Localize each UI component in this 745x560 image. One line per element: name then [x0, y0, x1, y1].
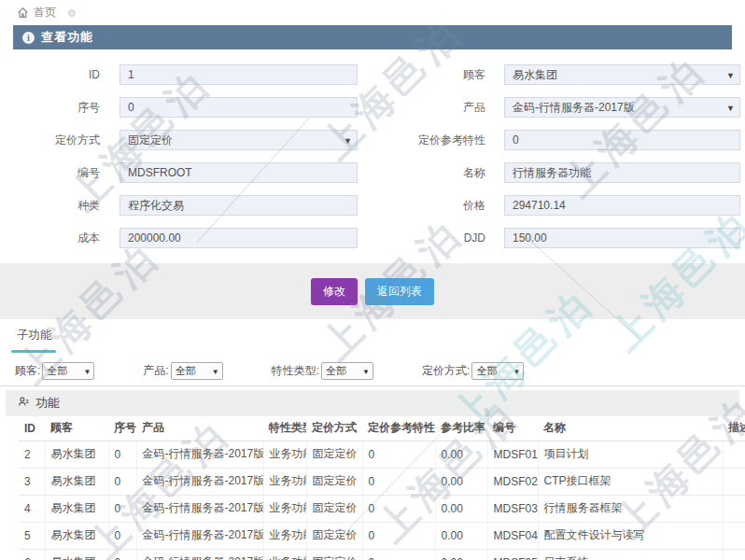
column-header: 产品	[136, 416, 263, 441]
table-cell: 金码-行情服务器-2017版	[136, 549, 263, 560]
table-cell: 业务功能	[263, 522, 306, 549]
category-label: 种类	[0, 198, 119, 214]
table-cell: 0	[362, 468, 435, 495]
breadcrumb: 首页	[0, 0, 745, 25]
back-to-list-button[interactable]: 返回列表	[365, 278, 434, 305]
seq-label: 序号	[0, 100, 119, 116]
home-icon[interactable]	[17, 7, 29, 19]
table-cell: 0.00	[435, 522, 487, 549]
id-field[interactable]	[119, 64, 358, 85]
name-field[interactable]	[504, 162, 740, 183]
table-cell: 固定定价	[306, 549, 362, 560]
table-header-row: ID顾客序号产品特性类型定价方式定价参考特性参考比率编号名称描述	[19, 416, 745, 441]
chevron-down-icon: ▼	[212, 368, 219, 376]
table-cell: 易水集团	[45, 441, 108, 468]
filter-pricing-method-value: 全部	[476, 364, 497, 378]
chevron-down-icon: ▼	[726, 71, 735, 80]
filter-customer: 顾客: 全部 ▼	[15, 362, 94, 380]
column-header: 定价方式	[306, 416, 362, 441]
customer-select[interactable]: 易水集团 ▼	[504, 64, 740, 85]
breadcrumb-badge-icon[interactable]	[68, 9, 76, 17]
code-field[interactable]	[119, 162, 358, 183]
table-cell: 2	[19, 441, 45, 468]
chevron-down-icon: ▼	[726, 104, 735, 113]
table-cell: 金码-行情服务器-2017版	[136, 441, 263, 468]
filter-customer-select[interactable]: 全部 ▼	[42, 362, 94, 380]
table-cell: 0.00	[435, 495, 487, 522]
filter-product-select[interactable]: 全部 ▼	[171, 362, 223, 380]
cost-label: 成本	[0, 231, 119, 246]
code-label: 编号	[0, 165, 119, 181]
filter-product-label: 产品:	[143, 363, 168, 379]
filter-product: 产品: 全部 ▼	[143, 362, 222, 380]
info-icon: i	[22, 32, 35, 44]
table-cell: 固定定价	[306, 468, 362, 495]
djd-field[interactable]	[504, 228, 740, 248]
customer-label: 顾客	[358, 67, 504, 83]
table-row[interactable]: 5易水集团0金码-行情服务器-2017版业务功能固定定价00.00MDSF04配…	[19, 522, 745, 549]
table-cell: 易水集团	[45, 522, 108, 549]
table-row[interactable]: 2易水集团0金码-行情服务器-2017版业务功能固定定价00.00MDSF01项…	[19, 441, 745, 468]
filter-customer-value: 全部	[47, 364, 67, 378]
table-cell: 金码-行情服务器-2017版	[136, 522, 263, 549]
cost-field[interactable]	[119, 228, 358, 248]
table-cell: 0.00	[435, 441, 487, 468]
id-label: ID	[0, 68, 119, 81]
column-header: 序号	[108, 416, 136, 441]
table-cell: 0.00	[435, 468, 487, 495]
chevron-down-icon: ▼	[83, 368, 91, 376]
table-row[interactable]: 3易水集团0金码-行情服务器-2017版业务功能固定定价00.00MDSF02C…	[19, 468, 745, 495]
category-field[interactable]	[119, 195, 358, 216]
djd-label: DJD	[358, 231, 504, 245]
page-title: 查看功能	[41, 29, 93, 46]
price-label: 价格	[358, 198, 504, 214]
action-band: 修改 返回列表	[0, 263, 745, 319]
table-cell: 0	[362, 441, 435, 468]
table-cell: 6	[19, 549, 45, 560]
table-cell: 0	[108, 522, 136, 549]
pricing-ref-label: 定价参考特性	[358, 133, 504, 148]
filter-pricing-method-select[interactable]: 全部 ▼	[471, 362, 524, 380]
filter-feature-type: 特性类型: 全部 ▼	[272, 362, 373, 380]
breadcrumb-home[interactable]: 首页	[34, 5, 56, 21]
table-cell	[723, 468, 745, 495]
table-cell: 业务功能	[263, 549, 306, 560]
seq-field[interactable]	[119, 97, 358, 118]
filter-feature-type-select[interactable]: 全部 ▼	[321, 362, 373, 380]
product-value: 金码-行情服务器-2017版	[513, 100, 635, 116]
table-cell: 易水集团	[45, 495, 108, 522]
page-header: i 查看功能	[13, 25, 732, 49]
column-header: ID	[19, 416, 45, 441]
chevron-down-icon: ▼	[362, 368, 370, 376]
function-table-body: 2易水集团0金码-行情服务器-2017版业务功能固定定价00.00MDSF01项…	[19, 441, 745, 560]
pricing-ref-field[interactable]	[504, 130, 740, 150]
filter-pricing-method-label: 定价方式:	[422, 363, 470, 379]
table-cell: 金码-行情服务器-2017版	[136, 468, 263, 495]
price-field[interactable]	[504, 195, 740, 216]
pricing-method-select[interactable]: 固定定价 ▼	[119, 130, 358, 150]
modify-button[interactable]: 修改	[311, 278, 358, 305]
customer-value: 易水集团	[513, 67, 557, 83]
detail-form: ID 顾客 易水集团 ▼ 序号 产品 金码-行情服务器-2017版 ▼ 定价方式…	[0, 49, 745, 263]
tab-sub-function[interactable]: 子功能	[17, 328, 52, 343]
function-table: ID顾客序号产品特性类型定价方式定价参考特性参考比率编号名称描述 2易水集团0金…	[19, 416, 745, 560]
function-section-title: 功能	[35, 395, 60, 412]
table-cell: 业务功能	[263, 441, 306, 468]
column-header: 特性类型	[263, 416, 306, 441]
table-cell: MDSF03	[487, 495, 538, 522]
filter-customer-label: 顾客:	[15, 363, 40, 379]
table-cell: 4	[19, 495, 45, 522]
product-select[interactable]: 金码-行情服务器-2017版 ▼	[504, 97, 740, 118]
table-cell: 固定定价	[306, 495, 362, 522]
table-cell: 固定定价	[306, 522, 362, 549]
table-row[interactable]: 4易水集团0金码-行情服务器-2017版业务功能固定定价00.00MDSF03行…	[19, 495, 745, 522]
table-cell: 0	[108, 549, 136, 560]
column-header: 参考比率	[435, 416, 487, 441]
filter-product-value: 全部	[176, 364, 196, 378]
table-row[interactable]: 6易水集团0金码-行情服务器-2017版业务功能固定定价00.00MDSF05日…	[19, 549, 745, 560]
table-cell: 0.00	[435, 549, 487, 560]
table-cell: 0	[362, 522, 435, 549]
table-cell	[723, 549, 745, 560]
table-cell: 5	[19, 522, 45, 549]
table-cell: MDSF02	[487, 468, 538, 495]
